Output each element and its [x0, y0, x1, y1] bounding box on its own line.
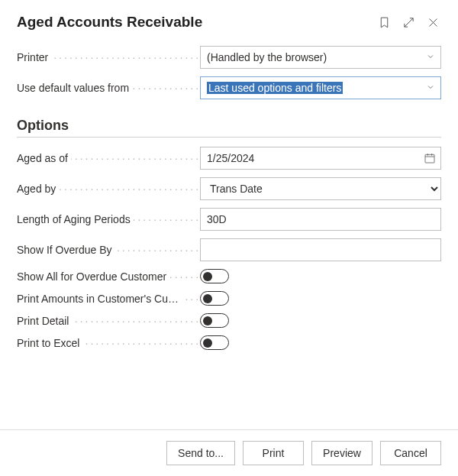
close-icon[interactable] [424, 14, 441, 31]
toggle-knob [203, 272, 212, 281]
print-to-excel-toggle[interactable] [200, 335, 229, 350]
print-amounts-cust-cu-toggle[interactable] [200, 291, 229, 306]
dialog-footer: Send to... Print Preview Cancel [0, 429, 458, 476]
length-periods-label: Length of Aging Periods [17, 213, 200, 225]
cancel-button[interactable]: Cancel [380, 441, 441, 465]
defaults-from-select-value: Last used options and filters [207, 82, 343, 94]
dialog-body-scroll[interactable]: Printer (Handled by the browser) Use def… [0, 38, 458, 429]
aged-by-label: Aged by [17, 183, 200, 195]
expand-icon[interactable] [400, 14, 417, 31]
toggle-knob [203, 316, 212, 325]
dialog-title: Aged Accounts Receivable [17, 14, 368, 31]
aged-as-of-input[interactable] [200, 147, 441, 170]
print-detail-label: Print Detail [17, 315, 200, 327]
print-to-excel-label: Print to Excel [17, 337, 200, 349]
scroll-spacer [17, 358, 441, 429]
svg-rect-0 [425, 154, 434, 163]
show-all-overdue-cust-toggle[interactable] [200, 269, 229, 283]
bookmark-icon[interactable] [376, 14, 392, 31]
calendar-icon[interactable] [423, 151, 437, 165]
show-if-overdue-label: Show If Overdue By [17, 244, 200, 256]
dialog-aged-ar: Aged Accounts Receivable Printer (Handle… [0, 0, 458, 476]
aged-by-select[interactable]: Trans Date [200, 177, 441, 200]
send-to-button[interactable]: Send to... [166, 441, 235, 465]
printer-select-value: (Handled by the browser) [207, 51, 327, 63]
printer-label: Printer [17, 51, 200, 63]
preview-button[interactable]: Preview [311, 441, 373, 465]
print-detail-toggle[interactable] [200, 313, 229, 328]
options-section-title: Options [17, 118, 441, 134]
show-if-overdue-input[interactable] [200, 238, 441, 261]
print-amounts-cust-cu-label: Print Amounts in Customer's Cu… [17, 293, 200, 305]
defaults-from-select[interactable]: Last used options and filters [200, 76, 441, 99]
defaults-from-label: Use default values from [17, 82, 200, 94]
length-periods-input[interactable] [200, 208, 441, 231]
aged-as-of-label: Aged as of [17, 152, 200, 164]
dialog-header: Aged Accounts Receivable [0, 0, 458, 38]
section-divider [17, 137, 441, 138]
print-button[interactable]: Print [243, 441, 304, 465]
chevron-down-icon [426, 82, 435, 94]
toggle-knob [203, 294, 212, 303]
toggle-knob [203, 338, 212, 348]
chevron-down-icon [426, 51, 435, 63]
show-all-overdue-cust-label: Show All for Overdue Customer [17, 270, 200, 283]
printer-select[interactable]: (Handled by the browser) [200, 46, 441, 69]
